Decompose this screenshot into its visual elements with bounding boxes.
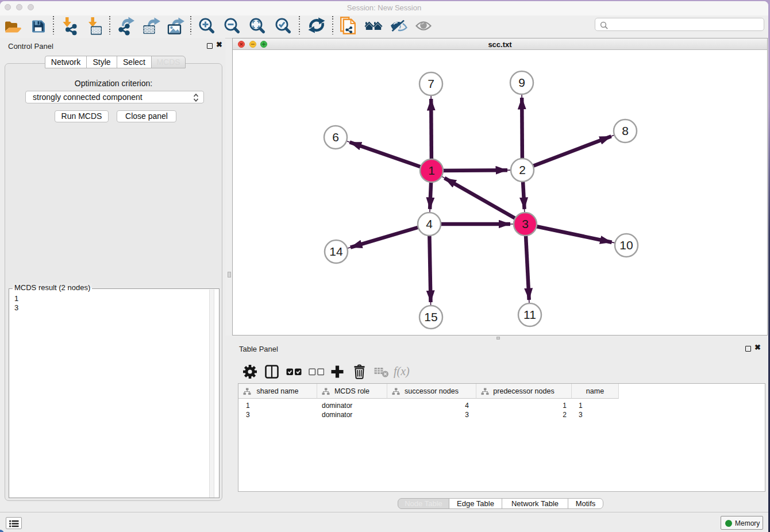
svg-text:7: 7 (428, 77, 434, 90)
svg-text:15: 15 (424, 310, 437, 323)
svg-text:6: 6 (332, 130, 339, 144)
svg-text:9: 9 (518, 76, 525, 89)
svg-text:3: 3 (522, 217, 529, 230)
svg-text:1: 1 (428, 164, 435, 177)
svg-text:4: 4 (426, 217, 433, 230)
svg-text:2: 2 (519, 163, 526, 176)
svg-text:8: 8 (622, 124, 629, 137)
svg-text:11: 11 (523, 308, 536, 321)
svg-text:14: 14 (329, 245, 343, 258)
svg-text:10: 10 (619, 238, 633, 252)
